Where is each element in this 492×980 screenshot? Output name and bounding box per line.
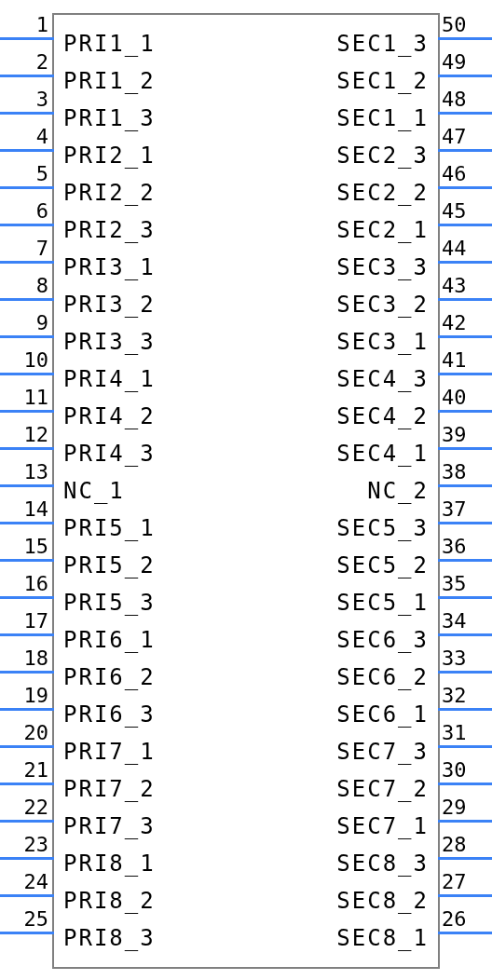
pin-label-25: PRI8_3 xyxy=(63,927,231,949)
pin-number-6: 6 xyxy=(0,201,48,222)
pin-line-32 xyxy=(438,708,492,711)
pin-number-15: 15 xyxy=(0,537,48,557)
pin-label-3: PRI1_3 xyxy=(63,107,231,129)
pin-line-39 xyxy=(438,447,492,450)
pin-line-37 xyxy=(438,522,492,524)
pin-number-28: 28 xyxy=(442,835,490,855)
pin-line-35 xyxy=(438,596,492,599)
pin-label-45: SEC2_1 xyxy=(261,219,429,241)
pin-number-11: 11 xyxy=(0,388,48,408)
pin-label-32: SEC6_1 xyxy=(261,703,429,726)
pin-number-45: 45 xyxy=(442,201,490,222)
pin-label-49: SEC1_2 xyxy=(261,70,429,92)
pin-line-13 xyxy=(0,484,54,487)
pin-label-18: PRI6_2 xyxy=(63,666,231,688)
pin-label-21: PRI7_2 xyxy=(63,778,231,800)
pin-line-48 xyxy=(438,112,492,115)
pin-line-23 xyxy=(0,857,54,860)
pin-label-1: PRI1_1 xyxy=(63,33,231,55)
pin-line-16 xyxy=(0,596,54,599)
pin-number-46: 46 xyxy=(442,164,490,184)
pin-label-46: SEC2_2 xyxy=(261,182,429,204)
pin-label-27: SEC8_2 xyxy=(261,890,429,912)
pin-line-31 xyxy=(438,745,492,748)
pin-line-15 xyxy=(0,559,54,562)
pin-label-37: SEC5_3 xyxy=(261,517,429,539)
pin-number-24: 24 xyxy=(0,872,48,892)
pin-label-10: PRI4_1 xyxy=(63,368,231,390)
pin-number-48: 48 xyxy=(442,89,490,110)
pin-label-43: SEC3_2 xyxy=(261,293,429,316)
pin-number-44: 44 xyxy=(442,238,490,259)
pin-number-36: 36 xyxy=(442,537,490,557)
pin-number-27: 27 xyxy=(442,872,490,892)
pin-label-38: NC_2 xyxy=(261,480,429,502)
pin-label-36: SEC5_2 xyxy=(261,554,429,577)
pin-line-9 xyxy=(0,335,54,338)
pin-label-34: SEC6_3 xyxy=(261,629,429,651)
pin-label-6: PRI2_3 xyxy=(63,219,231,241)
pin-line-3 xyxy=(0,112,54,115)
pin-number-43: 43 xyxy=(442,276,490,296)
pin-label-23: PRI8_1 xyxy=(63,852,231,875)
pin-line-19 xyxy=(0,708,54,711)
pin-number-34: 34 xyxy=(442,611,490,632)
pin-line-43 xyxy=(438,298,492,301)
pin-number-49: 49 xyxy=(442,52,490,73)
pin-line-29 xyxy=(438,820,492,823)
pin-label-17: PRI6_1 xyxy=(63,629,231,651)
pin-line-5 xyxy=(0,186,54,189)
pin-line-11 xyxy=(0,410,54,413)
pin-number-3: 3 xyxy=(0,89,48,110)
pin-number-50: 50 xyxy=(442,15,490,35)
pin-label-44: SEC3_3 xyxy=(261,256,429,279)
pin-line-1 xyxy=(0,37,54,40)
pin-line-42 xyxy=(438,335,492,338)
pin-line-24 xyxy=(0,894,54,897)
pin-line-45 xyxy=(438,224,492,226)
pin-label-42: SEC3_1 xyxy=(261,331,429,353)
pin-line-38 xyxy=(438,484,492,487)
pin-line-30 xyxy=(438,783,492,785)
pin-label-26: SEC8_1 xyxy=(261,927,429,949)
pin-label-39: SEC4_1 xyxy=(261,442,429,465)
pin-label-41: SEC4_3 xyxy=(261,368,429,390)
pin-number-26: 26 xyxy=(442,909,490,930)
pin-number-1: 1 xyxy=(0,15,48,35)
pin-label-50: SEC1_3 xyxy=(261,33,429,55)
pin-number-47: 47 xyxy=(442,127,490,147)
pin-label-29: SEC7_1 xyxy=(261,815,429,837)
pin-number-30: 30 xyxy=(442,760,490,781)
pin-number-20: 20 xyxy=(0,723,48,743)
pin-label-14: PRI5_1 xyxy=(63,517,231,539)
pin-number-14: 14 xyxy=(0,499,48,520)
pin-label-8: PRI3_2 xyxy=(63,293,231,316)
pin-label-20: PRI7_1 xyxy=(63,741,231,763)
pin-line-26 xyxy=(438,932,492,934)
pin-label-47: SEC2_3 xyxy=(261,144,429,167)
pin-number-22: 22 xyxy=(0,797,48,818)
pin-number-33: 33 xyxy=(442,648,490,669)
pin-label-15: PRI5_2 xyxy=(63,554,231,577)
pin-number-25: 25 xyxy=(0,909,48,930)
pin-number-12: 12 xyxy=(0,425,48,445)
pin-number-13: 13 xyxy=(0,462,48,483)
pin-label-33: SEC6_2 xyxy=(261,666,429,688)
pin-label-22: PRI7_3 xyxy=(63,815,231,837)
pin-label-2: PRI1_2 xyxy=(63,70,231,92)
pin-line-33 xyxy=(438,671,492,674)
pin-label-35: SEC5_1 xyxy=(261,592,429,614)
pin-line-27 xyxy=(438,894,492,897)
pin-label-9: PRI3_3 xyxy=(63,331,231,353)
pin-line-6 xyxy=(0,224,54,226)
pin-number-4: 4 xyxy=(0,127,48,147)
pin-line-50 xyxy=(438,37,492,40)
pin-number-9: 9 xyxy=(0,313,48,333)
pin-number-38: 38 xyxy=(442,462,490,483)
pin-number-41: 41 xyxy=(442,350,490,371)
pin-label-19: PRI6_3 xyxy=(63,703,231,726)
pin-label-13: NC_1 xyxy=(63,480,231,502)
schematic-symbol: 1PRI1_12PRI1_23PRI1_34PRI2_15PRI2_26PRI2… xyxy=(0,0,492,980)
pin-label-24: PRI8_2 xyxy=(63,890,231,912)
pin-label-40: SEC4_2 xyxy=(261,405,429,428)
